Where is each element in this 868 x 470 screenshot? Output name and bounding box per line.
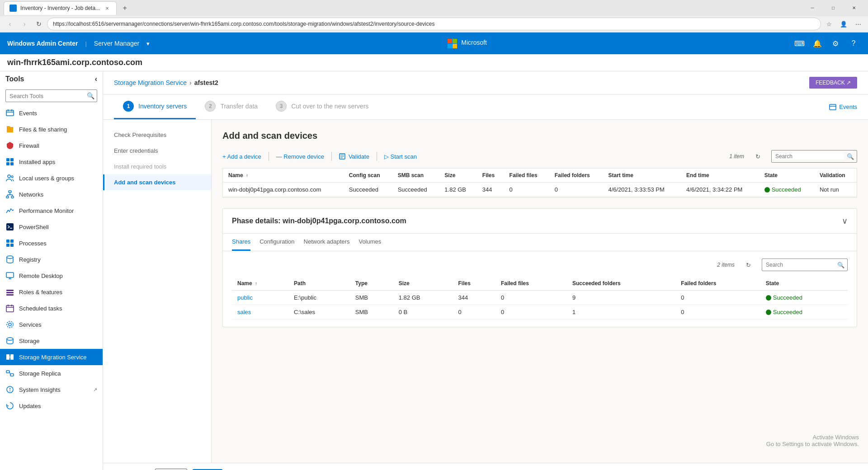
- col-files[interactable]: Files: [477, 169, 504, 183]
- phase-tab-volumes[interactable]: Volumes: [359, 234, 381, 251]
- server-manager-label[interactable]: Server Manager: [94, 40, 139, 47]
- refresh-button[interactable]: ↻: [33, 18, 45, 30]
- sidebar-item-storage-migration[interactable]: Storage Migration Service: [0, 349, 103, 365]
- col-failed-files[interactable]: Failed files: [504, 169, 549, 183]
- search-input[interactable]: [5, 89, 97, 102]
- phase-tab-network-adapters[interactable]: Network adapters: [304, 234, 350, 251]
- col-validation[interactable]: Validation: [814, 169, 857, 183]
- shares-col-path[interactable]: Path: [288, 277, 350, 291]
- col-size[interactable]: Size: [439, 169, 476, 183]
- sidebar-item-services[interactable]: Services: [0, 316, 103, 333]
- start-scan-button[interactable]: ▷ Start scan: [384, 151, 417, 162]
- phase-search-input[interactable]: [762, 262, 835, 268]
- col-end-time[interactable]: End time: [681, 169, 759, 183]
- sidebar-item-storage[interactable]: Storage: [0, 333, 103, 349]
- sidebar-item-files[interactable]: Files & file sharing: [0, 121, 103, 137]
- server-manager-chevron[interactable]: ▾: [146, 40, 150, 47]
- close-button[interactable]: ✕: [844, 2, 864, 14]
- forward-button[interactable]: ›: [18, 18, 31, 30]
- left-nav-enter-credentials[interactable]: Enter credentials: [103, 143, 211, 159]
- svg-point-35: [7, 321, 13, 328]
- wizard-step-2[interactable]: 2 Transfer data: [196, 94, 267, 119]
- bookmark-icon[interactable]: ☆: [823, 18, 835, 30]
- col-failed-folders[interactable]: Failed folders: [549, 169, 603, 183]
- sidebar-item-installed-apps[interactable]: Installed apps: [0, 154, 103, 170]
- phase-tab-shares[interactable]: Shares: [232, 234, 250, 251]
- col-name[interactable]: Name ↑: [223, 169, 344, 183]
- sidebar-item-updates[interactable]: Updates: [0, 398, 103, 414]
- phase-search-box: 🔍: [762, 258, 848, 271]
- settings-button[interactable]: ⚙: [828, 36, 843, 51]
- shares-col-name[interactable]: Name ↑: [232, 277, 288, 291]
- sidebar-item-system-insights[interactable]: System Insights ↗: [0, 381, 103, 398]
- events-icon: [5, 108, 14, 118]
- breadcrumb-parent[interactable]: Storage Migration Service: [114, 79, 187, 86]
- sidebar-item-remote-desktop[interactable]: Remote Desktop: [0, 268, 103, 284]
- sidebar-item-registry[interactable]: Registry: [0, 251, 103, 268]
- validate-button[interactable]: Validate: [339, 151, 369, 162]
- wizard-step-1[interactable]: 1 Inventory servers: [114, 94, 196, 119]
- new-tab-button[interactable]: +: [118, 2, 131, 14]
- shares-col-files[interactable]: Files: [453, 277, 495, 291]
- networks-icon: [5, 190, 14, 199]
- sidebar-collapse-icon[interactable]: ‹: [95, 75, 97, 83]
- phase-content: 2 items ↻ 🔍: [223, 251, 857, 327]
- wizard-step-3[interactable]: 3 Cut over to the new servers: [267, 94, 377, 119]
- sidebar-item-scheduled-tasks[interactable]: Scheduled tasks: [0, 300, 103, 316]
- sidebar-item-local-users[interactable]: Local users & groups: [0, 170, 103, 186]
- active-tab[interactable]: Inventory - Inventory - Job deta... ✕: [4, 1, 117, 15]
- close-tab-button[interactable]: ✕: [104, 5, 111, 12]
- header-actions: ⌨ 🔔 ⚙ ?: [792, 36, 861, 51]
- phase-refresh-button[interactable]: ↻: [742, 258, 755, 271]
- maximize-button[interactable]: □: [823, 2, 844, 14]
- left-nav-check-prerequisites[interactable]: Check Prerequisites: [103, 127, 211, 143]
- share-name[interactable]: public: [232, 291, 288, 305]
- remove-device-button[interactable]: — Remove device: [276, 151, 324, 162]
- shares-col-type[interactable]: Type: [350, 277, 393, 291]
- remote-desktop-icon: [5, 271, 14, 280]
- ms-logo: Microsoft: [448, 39, 487, 48]
- svg-rect-20: [10, 240, 14, 243]
- sidebar-item-storage-replica[interactable]: Storage Replica: [0, 365, 103, 381]
- shares-col-state[interactable]: State: [760, 277, 848, 291]
- sidebar-item-events[interactable]: Events: [0, 105, 103, 121]
- phase-collapse-icon[interactable]: ∨: [842, 216, 848, 226]
- help-button[interactable]: ?: [846, 36, 861, 51]
- main-search-icon: 🔍: [844, 153, 857, 160]
- col-config-scan[interactable]: Config scan: [344, 169, 392, 183]
- events-button[interactable]: Events: [829, 103, 857, 111]
- device-name: win-dobj0p41pga.corp.contoso.com: [223, 183, 344, 197]
- sidebar-item-powershell[interactable]: PowerShell: [0, 219, 103, 235]
- notifications-button[interactable]: 🔔: [810, 36, 825, 51]
- minimize-button[interactable]: ─: [802, 2, 823, 14]
- sidebar-item-roles-label: Roles & features: [19, 289, 62, 296]
- shares-col-succeeded-folders[interactable]: Succeeded folders: [567, 277, 675, 291]
- updates-icon: [5, 401, 14, 410]
- sidebar-item-firewall[interactable]: Firewall: [0, 137, 103, 154]
- col-state[interactable]: State: [759, 169, 814, 183]
- share-name[interactable]: sales: [232, 305, 288, 320]
- browser-chrome: Inventory - Inventory - Job deta... ✕ + …: [0, 0, 868, 33]
- back-button[interactable]: ‹: [4, 18, 16, 30]
- terminal-button[interactable]: ⌨: [792, 36, 807, 51]
- refresh-list-button[interactable]: ↻: [751, 150, 764, 163]
- extensions-icon[interactable]: ⋯: [852, 18, 864, 30]
- left-nav-add-scan[interactable]: Add and scan devices: [103, 174, 211, 190]
- profile-icon[interactable]: 👤: [837, 18, 850, 30]
- phase-tab-configuration[interactable]: Configuration: [259, 234, 294, 251]
- col-smb-scan[interactable]: SMB scan: [392, 169, 439, 183]
- main-panel: Add and scan devices + Add a device — Re…: [212, 120, 868, 463]
- address-bar[interactable]: https://localhost:6516/servermanager/con…: [47, 18, 821, 30]
- sidebar-item-processes[interactable]: Processes: [0, 235, 103, 251]
- sidebar-item-networks[interactable]: Networks: [0, 186, 103, 202]
- add-device-button[interactable]: + Add a device: [222, 151, 261, 162]
- shares-col-failed-folders[interactable]: Failed folders: [675, 277, 760, 291]
- col-start-time[interactable]: Start time: [603, 169, 681, 183]
- sidebar-item-powershell-label: PowerShell: [19, 224, 49, 230]
- shares-col-failed-files[interactable]: Failed files: [495, 277, 567, 291]
- main-search-input[interactable]: [772, 153, 844, 160]
- sidebar-item-roles[interactable]: Roles & features: [0, 284, 103, 300]
- feedback-button[interactable]: FEEDBACK ↗: [809, 77, 857, 89]
- sidebar-item-performance[interactable]: Performance Monitor: [0, 202, 103, 219]
- shares-col-size[interactable]: Size: [393, 277, 453, 291]
